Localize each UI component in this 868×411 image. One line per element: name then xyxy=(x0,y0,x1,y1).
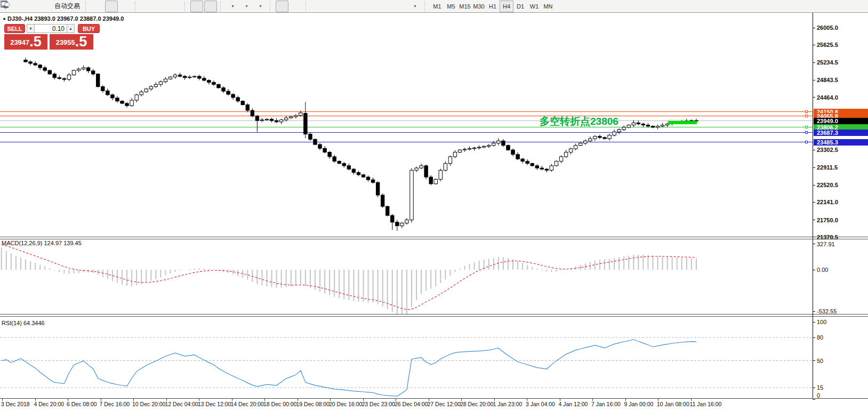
price-tick-mark xyxy=(813,97,815,98)
time-axis-label: 3 Dec 2018 xyxy=(1,401,30,407)
candle-body xyxy=(381,195,384,206)
candle-body xyxy=(651,126,654,127)
time-axis-tick xyxy=(166,399,167,401)
time-axis-tick xyxy=(68,399,68,401)
price-tick-mark xyxy=(813,202,815,203)
price-tick-label: 21750.0 xyxy=(817,217,838,223)
hline-handle-23485.3[interactable] xyxy=(805,141,808,143)
price-tick-mark xyxy=(813,45,815,45)
macd-tick-label: 327.91 xyxy=(817,241,835,247)
candle-body xyxy=(632,123,635,125)
candle-body xyxy=(472,148,476,148)
rsi-tick-mark xyxy=(813,360,815,361)
macd-tick-mark xyxy=(813,270,815,270)
hline-handle-24055.8[interactable] xyxy=(805,115,808,117)
candle-body xyxy=(463,149,466,150)
macd-tick-label: -532.55 xyxy=(817,308,837,315)
candle-body xyxy=(376,182,379,195)
candle-body xyxy=(241,101,244,105)
price-tick-mark xyxy=(813,80,815,80)
price-axis-border xyxy=(813,13,813,398)
time-axis-tick xyxy=(625,399,626,401)
candle-body xyxy=(106,91,109,95)
candle-body xyxy=(444,164,447,171)
candle-body xyxy=(448,157,452,164)
candle-body xyxy=(111,95,114,98)
time-axis-label: 6 Dec 08:00 xyxy=(67,401,97,407)
candle-body xyxy=(135,95,138,100)
candle-body xyxy=(227,91,230,94)
candle-body xyxy=(198,76,201,78)
rsi-label: RSI(14) 64.3446 xyxy=(2,320,45,326)
time-axis-tick xyxy=(363,399,364,401)
candle-body xyxy=(661,125,664,126)
candles-layer xyxy=(24,58,698,231)
candle-body xyxy=(574,146,577,149)
candle-body xyxy=(386,206,389,215)
candle-body xyxy=(405,220,408,223)
time-axis-tick xyxy=(133,399,134,401)
candle-body xyxy=(154,84,157,86)
candle-body xyxy=(140,92,143,95)
candle-body xyxy=(168,77,172,79)
annotation-text[interactable]: 多空转折点23806 xyxy=(540,115,618,128)
rsi-tick-label: 50 xyxy=(817,358,823,364)
hline-handle-23687.3[interactable] xyxy=(805,131,808,134)
candle-body xyxy=(149,87,152,89)
candle-body xyxy=(314,139,317,144)
candle-body xyxy=(203,78,206,80)
candle-body xyxy=(511,150,515,154)
candle-body xyxy=(656,126,659,127)
candle-body xyxy=(188,77,191,77)
candle-body xyxy=(212,83,215,85)
candle-body xyxy=(236,98,239,101)
candle-body xyxy=(62,78,66,79)
time-axis-label: 20 Dec 16:00 xyxy=(329,401,362,407)
time-axis-label: 19 Dec 08:00 xyxy=(296,401,329,407)
candle-body xyxy=(627,125,630,127)
candle-body xyxy=(622,127,625,130)
candle-body xyxy=(483,146,486,147)
price-tick-mark xyxy=(813,62,815,63)
hline-handle-24150.8[interactable] xyxy=(805,110,808,113)
candle-body xyxy=(540,168,543,169)
candle-body xyxy=(593,136,597,139)
candle-body xyxy=(492,143,495,146)
candle-body xyxy=(309,134,312,140)
time-axis-tick xyxy=(101,399,101,401)
candle-body xyxy=(400,223,404,226)
pane-separator[interactable] xyxy=(0,237,868,239)
rsi-tick-label: 0 xyxy=(817,392,820,399)
hline-handle-23806.2[interactable] xyxy=(805,126,808,128)
candle-body xyxy=(82,68,85,69)
time-axis-tick xyxy=(232,399,232,401)
time-axis-label: 9 Jan 00:00 xyxy=(624,401,654,407)
time-axis-label: 7 Dec 16:00 xyxy=(100,401,130,407)
candle-body xyxy=(342,164,345,166)
time-axis-separator xyxy=(0,398,868,399)
candle-body xyxy=(318,144,322,148)
time-axis-tick xyxy=(429,399,429,401)
time-axis-tick xyxy=(560,399,560,401)
price-line-label: 23949.0 xyxy=(814,118,868,124)
candle-body xyxy=(347,166,350,169)
price-tick-label: 22141.0 xyxy=(817,199,838,205)
price-tick-label: 25234.5 xyxy=(817,59,838,66)
candle-body xyxy=(554,161,558,165)
highlight-bar[interactable] xyxy=(668,121,697,124)
time-axis-label: 18 Dec 00:00 xyxy=(263,401,296,407)
candle-body xyxy=(101,87,105,91)
candle-body xyxy=(294,116,298,117)
macd-tick-mark xyxy=(813,311,815,312)
candle-body xyxy=(323,148,326,152)
price-tick-label: 22520.5 xyxy=(817,182,838,188)
candle-body xyxy=(279,120,283,122)
candle-body xyxy=(439,170,442,179)
time-axis-label: 28 Dec 20:00 xyxy=(460,401,493,407)
candle-body xyxy=(178,75,181,77)
pane-separator[interactable] xyxy=(0,314,868,317)
candle-body xyxy=(290,117,293,118)
candle-body xyxy=(333,157,336,161)
candle-body xyxy=(38,65,42,68)
rsi-tick-mark xyxy=(813,388,815,388)
